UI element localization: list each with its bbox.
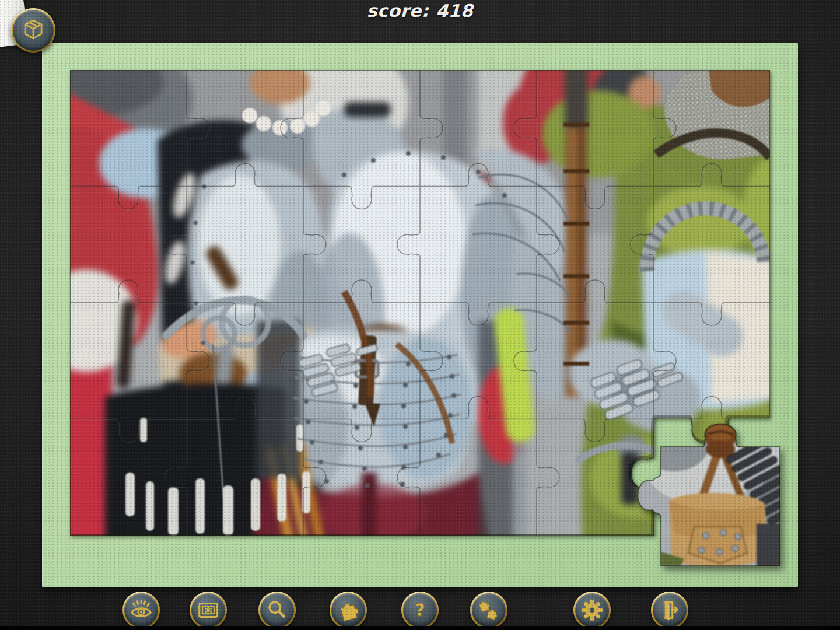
puzzle-piece-icon	[336, 598, 360, 622]
settings-button[interactable]	[573, 592, 611, 629]
exit-button[interactable]	[651, 592, 688, 629]
magnifier-button[interactable]	[258, 592, 296, 629]
sort-pieces-button[interactable]	[470, 592, 508, 629]
loose-piece[interactable]	[633, 413, 790, 582]
piece-box-button[interactable]	[330, 592, 367, 629]
score-label: score:	[367, 1, 429, 21]
eye-icon	[129, 598, 153, 622]
preview-button[interactable]	[123, 592, 160, 629]
bottom-edge	[0, 626, 840, 630]
game-screen: score:418	[0, 0, 840, 630]
loose-piece-image	[633, 413, 790, 582]
hint-button[interactable]: ?	[401, 592, 439, 629]
picture-frame-icon	[196, 598, 220, 622]
question-mark-icon: ?	[408, 598, 432, 622]
score-text: score:418	[0, 1, 840, 21]
puzzle-pieces-icon	[477, 598, 501, 622]
score-value: 418	[436, 1, 473, 21]
background-button[interactable]	[190, 592, 227, 629]
door-exit-icon	[657, 598, 682, 622]
svg-text:?: ?	[415, 600, 425, 620]
magnifier-icon	[265, 598, 289, 622]
gear-icon	[580, 598, 604, 622]
